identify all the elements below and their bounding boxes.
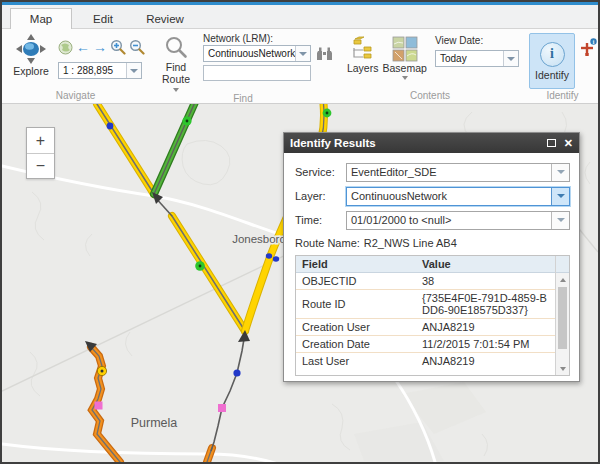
map-scale-combobox[interactable]: 1 : 288,895 [58,62,142,79]
group-label-contents: Contents [337,89,523,103]
identify-button[interactable]: i Identify [529,33,575,89]
basemap-caret-icon [402,76,408,80]
scroll-up-icon[interactable] [556,273,569,286]
table-row[interactable]: Route ID {735E4F0E-791D-4859-BDD6-90E185… [296,290,555,319]
explore-icon [15,33,47,65]
pink-square-marker [218,404,226,412]
blue-point-marker [266,253,272,259]
green-point-marker [195,261,205,271]
time-value: 01/01/2000 to <null> [347,212,551,229]
previous-extent-icon[interactable]: ← [76,40,90,54]
field-cell: OBJECTID [296,275,416,287]
group-contents: Layers Basemap View Date: [337,31,523,103]
tab-review[interactable]: Review [134,9,196,28]
map-zoom-in-button[interactable]: + [27,128,54,153]
explore-button[interactable]: Explore [8,33,54,89]
place-label-purmela: Purmela [131,416,178,430]
service-dropdown-arrow-icon[interactable] [551,164,569,181]
full-extent-globe-icon[interactable] [58,40,73,55]
identify-route-locations-tool-icon[interactable]: i [578,37,598,57]
table-header-field: Field [296,258,416,270]
service-combobox[interactable]: EventEditor_SDE [346,163,570,182]
app-window: Map Edit Review Explore [0,0,600,464]
ribbon-toolbar: Explore ← → [2,29,598,104]
popup-titlebar[interactable]: Identify Results ✕ [284,133,579,153]
view-date-dropdown-arrow-icon[interactable] [503,51,518,66]
value-cell: ANJA8219 [416,355,555,367]
route-name-value: R2_NWS Line AB4 [364,237,457,249]
time-combobox[interactable]: 01/01/2000 to <null> [346,211,570,230]
scrollbar-thumb[interactable] [558,287,567,349]
route-name-label: Route Name: [295,237,360,249]
layers-button[interactable]: Layers [343,36,382,89]
table-header-value: Value [416,258,555,270]
map-scale-dropdown-arrow-icon[interactable] [126,63,141,78]
table-row[interactable]: Creation User ANJA8219 [296,319,555,336]
network-lrm-label: Network (LRM): [203,33,333,44]
find-route-button[interactable]: Find Route [155,35,197,92]
pink-square-marker [95,402,103,410]
find-route-icon [164,35,188,59]
view-date-label: View Date: [435,35,519,46]
find-route-label: Find Route [155,61,197,85]
view-date-combobox[interactable]: Today [435,50,519,67]
group-navigate: Explore ← → [2,31,149,103]
identify-icon: i [540,42,565,67]
blue-point-marker [273,256,279,262]
network-dropdown-arrow-icon[interactable] [295,46,310,61]
close-icon[interactable]: ✕ [564,138,573,149]
basemap-button[interactable]: Basemap [382,36,427,89]
value-cell: {735E4F0E-791D-4859-BDD6-90E18575D337} [416,292,555,316]
yellow-point-marker [97,366,106,375]
group-label-navigate: Navigate [2,89,149,103]
scrollbar-track[interactable] [556,286,569,362]
layer-label: Layer: [295,190,346,202]
time-label: Time: [295,214,346,226]
identify-results-popup: Identify Results ✕ Service: EventEditor_… [283,132,580,382]
table-row[interactable]: Last User ANJA8219 [296,353,555,369]
layers-label: Layers [347,62,379,74]
field-cell: Route ID [296,298,416,310]
value-cell: ANJA8219 [416,321,555,333]
field-cell: Creation Date [296,338,416,350]
group-identify: i Identify i Identify [523,31,600,103]
layers-icon [350,36,376,62]
basemap-icon [392,36,418,62]
attributes-table: Field Value OBJECTID 38 Route ID {735E4F… [295,255,570,376]
field-cell: Last User [296,355,416,367]
network-combobox[interactable]: ContinuousNetwork [203,45,311,62]
service-value: EventEditor_SDE [347,164,551,181]
tab-map[interactable]: Map [10,8,72,29]
popup-body: Service: EventEditor_SDE Layer: Continuo… [284,153,579,381]
zoom-out-icon[interactable] [129,39,145,55]
table-scrollbar[interactable] [555,256,569,375]
map-zoom-out-button[interactable]: − [27,153,54,178]
scroll-down-icon[interactable] [556,362,569,375]
place-label-jonesboro: Jonesboro [232,233,286,245]
maximize-icon[interactable] [547,139,556,147]
zoom-in-icon[interactable] [110,39,126,55]
popup-title: Identify Results [290,137,547,149]
identify-label: Identify [535,69,569,81]
binoculars-icon[interactable] [316,46,333,61]
group-find: Find Route Network (LRM): ContinuousNetw… [149,31,337,103]
route-input[interactable] [203,65,311,81]
map-canvas[interactable]: Jonesboro Purmela + − Identify Results ✕… [2,104,598,462]
value-cell: 38 [416,275,555,287]
layer-combobox[interactable]: ContinuousNetwork [346,187,570,206]
time-dropdown-arrow-icon[interactable] [551,212,569,229]
green-point-marker [182,116,191,125]
next-extent-icon[interactable]: → [93,40,107,54]
tab-edit[interactable]: Edit [72,9,134,28]
table-header-row: Field Value [296,256,555,273]
group-label-identify: Identify [523,89,600,103]
map-zoom-control: + − [26,127,55,179]
table-row[interactable]: Creation Date 11/2/2015 7:01:54 PM [296,336,555,353]
blue-point-marker [107,123,114,130]
ribbon-tabbar: Map Edit Review [2,5,598,29]
view-date-value: Today [436,53,503,64]
route-connectors [85,192,250,451]
table-row[interactable]: OBJECTID 38 [296,273,555,290]
layer-dropdown-arrow-icon[interactable] [551,188,569,205]
value-cell: 11/2/2015 7:01:54 PM [416,338,555,350]
